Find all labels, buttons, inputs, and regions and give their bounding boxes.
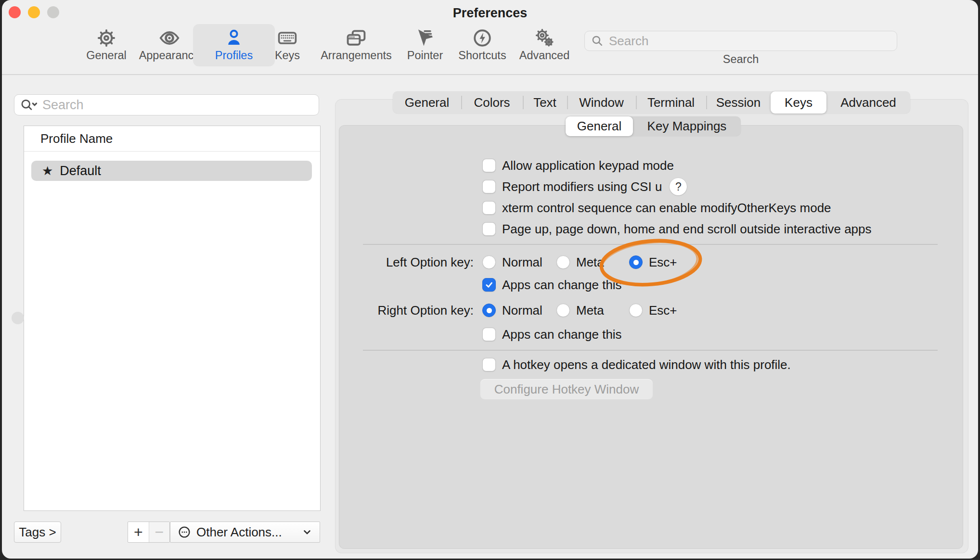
- tab-label: Window: [579, 95, 623, 110]
- tags-button[interactable]: Tags >: [14, 522, 61, 543]
- radio-label: Esc+: [649, 255, 677, 270]
- add-profile-button[interactable]: +: [128, 522, 149, 542]
- other-actions-label: Other Actions...: [196, 525, 282, 540]
- windows-icon: [345, 26, 367, 50]
- checkbox-label: Apps can change this: [502, 327, 622, 342]
- checkbox-label: Allow application keypad mode: [502, 158, 674, 173]
- hotkey-checkbox[interactable]: [482, 358, 496, 371]
- right-apps-row: Apps can change this: [482, 324, 622, 344]
- hotkey-row: A hotkey opens a dedicated window with t…: [482, 355, 791, 375]
- help-button[interactable]: ?: [670, 178, 687, 195]
- star-icon: ★: [42, 164, 53, 178]
- toolbar-label: Keys: [275, 50, 300, 62]
- profile-search-input[interactable]: Search: [14, 94, 319, 115]
- remove-profile-button[interactable]: −: [149, 522, 170, 542]
- left-option-key-label: Left Option key:: [337, 252, 474, 272]
- radio-label: Normal: [502, 303, 542, 318]
- profile-list: Profile Name ★ Default: [24, 126, 321, 511]
- bolt-circle-icon: [472, 26, 493, 50]
- tab-keys[interactable]: Keys: [771, 91, 826, 114]
- tab-label: General: [405, 95, 450, 110]
- add-remove-profile-group: + −: [128, 522, 170, 543]
- radio-normal[interactable]: [482, 255, 496, 269]
- tab-label: Keys: [785, 95, 812, 110]
- left-option-meta[interactable]: Meta: [556, 252, 604, 272]
- tab-label: Advanced: [840, 95, 896, 110]
- page-scroll-checkbox[interactable]: [482, 222, 496, 236]
- cursor-icon: [414, 26, 436, 50]
- radio-label: Normal: [502, 255, 542, 270]
- toolbar-item-advanced[interactable]: Advanced: [503, 24, 585, 66]
- section-divider: [363, 244, 938, 245]
- chevron-down-icon: [301, 526, 313, 538]
- checkbox-label: Report modifiers using CSI u: [502, 179, 662, 194]
- left-apps-row: Apps can change this: [482, 275, 622, 295]
- configure-hotkey-window-button[interactable]: Configure Hotkey Window: [480, 379, 653, 400]
- search-placeholder: Search: [42, 98, 84, 113]
- radio-meta[interactable]: [556, 304, 570, 317]
- toolbar-divider: [2, 74, 978, 75]
- tab-label: Colors: [474, 95, 510, 110]
- search-icon: [591, 34, 604, 48]
- other-actions-dropdown[interactable]: Other Actions...: [170, 522, 320, 543]
- right-option-normal[interactable]: Normal: [482, 300, 542, 320]
- toolbar-search-input[interactable]: Search: [584, 31, 897, 51]
- profile-row-default[interactable]: ★ Default: [31, 161, 312, 181]
- radio-normal[interactable]: [482, 304, 496, 317]
- modify-other-keys-checkbox[interactable]: [482, 201, 496, 215]
- profile-tab-bar: General Colors Text Window Terminal Sess…: [393, 91, 910, 114]
- profile-name: Default: [60, 164, 101, 178]
- eye-icon: [158, 26, 181, 50]
- section-divider: [363, 350, 938, 351]
- tab-terminal[interactable]: Terminal: [636, 91, 706, 114]
- checkbox-label: Apps can change this: [502, 278, 622, 293]
- tab-session[interactable]: Session: [706, 91, 771, 114]
- radio-meta[interactable]: [556, 255, 570, 269]
- radio-esc[interactable]: [629, 304, 643, 317]
- window-edge-dot: [12, 312, 24, 324]
- radio-esc[interactable]: [629, 255, 643, 269]
- radio-label: Meta: [576, 303, 604, 318]
- profile-list-header: Profile Name: [24, 126, 320, 152]
- csi-u-checkbox[interactable]: [482, 180, 496, 193]
- left-option-esc[interactable]: Esc+: [629, 252, 677, 272]
- left-option-normal[interactable]: Normal: [482, 252, 542, 272]
- right-option-meta[interactable]: Meta: [556, 300, 604, 320]
- tab-colors[interactable]: Colors: [461, 91, 523, 114]
- toolbar-label: General: [86, 50, 127, 62]
- tab-label: Text: [533, 95, 556, 110]
- question-mark-icon: ?: [675, 180, 682, 193]
- search-placeholder: Search: [609, 34, 648, 49]
- person-icon: [223, 26, 245, 50]
- gear-icon: [96, 26, 117, 50]
- tab-general[interactable]: General: [393, 91, 461, 114]
- plus-icon: +: [134, 523, 143, 541]
- toolbar-label: Appearance: [139, 50, 200, 62]
- tags-button-label: Tags >: [19, 525, 56, 540]
- tab-label: Session: [716, 95, 761, 110]
- subtab-key-mappings[interactable]: Key Mappings: [633, 116, 741, 136]
- right-option-key-label: Right Option key:: [337, 300, 474, 320]
- keyboard-icon: [276, 26, 298, 50]
- allow-keypad-checkbox[interactable]: [482, 159, 496, 172]
- toolbar-label: Pointer: [407, 50, 443, 62]
- tab-text[interactable]: Text: [523, 91, 567, 114]
- tab-label: Terminal: [647, 95, 695, 110]
- page-title: Preferences: [0, 6, 980, 21]
- search-menu-icon: [19, 98, 39, 112]
- subtab-label: Key Mappings: [647, 119, 727, 134]
- radio-label: Esc+: [649, 303, 677, 318]
- minus-icon: −: [155, 523, 164, 541]
- checkbox-label: A hotkey opens a dedicated window with t…: [502, 357, 791, 372]
- subtab-general[interactable]: General: [566, 116, 633, 136]
- tab-window[interactable]: Window: [567, 91, 636, 114]
- ellipsis-circle-icon: [177, 525, 192, 539]
- checkbox-row: Report modifiers using CSI u ?: [482, 177, 687, 197]
- radio-label: Meta: [576, 255, 604, 270]
- checkbox-row: xterm control sequence can enable modify…: [482, 198, 831, 218]
- tab-advanced[interactable]: Advanced: [826, 91, 910, 114]
- toolbar-label: Shortcuts: [458, 50, 506, 62]
- left-apps-checkbox[interactable]: [482, 278, 496, 292]
- right-option-esc[interactable]: Esc+: [629, 300, 677, 320]
- right-apps-checkbox[interactable]: [482, 328, 496, 341]
